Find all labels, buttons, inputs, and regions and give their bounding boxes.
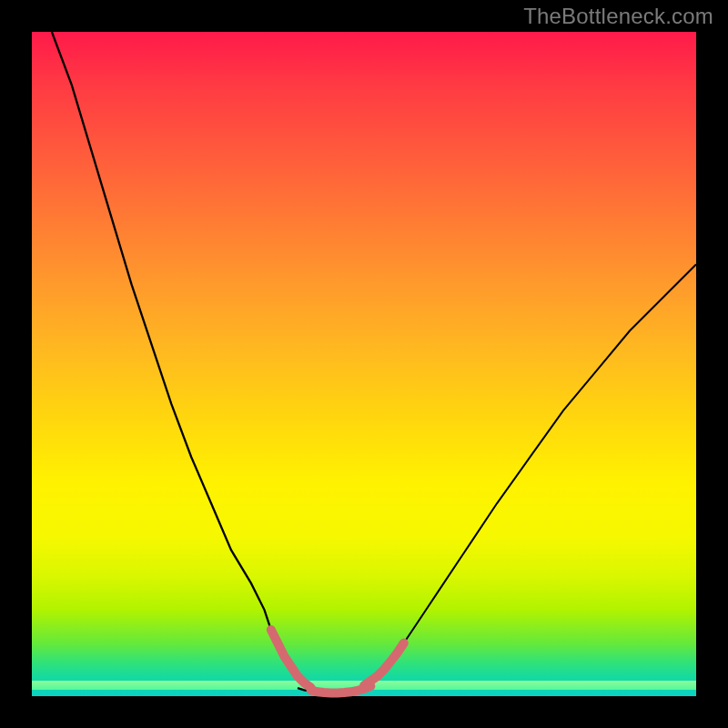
highlight-right — [364, 643, 404, 686]
watermark-text: TheBottleneck.com — [523, 4, 713, 29]
chart-curves-svg — [32, 32, 696, 696]
page-frame: TheBottleneck.com — [0, 0, 728, 728]
curve-right-arm — [364, 265, 696, 686]
highlight-left — [271, 630, 311, 688]
curve-left-arm — [52, 32, 318, 691]
